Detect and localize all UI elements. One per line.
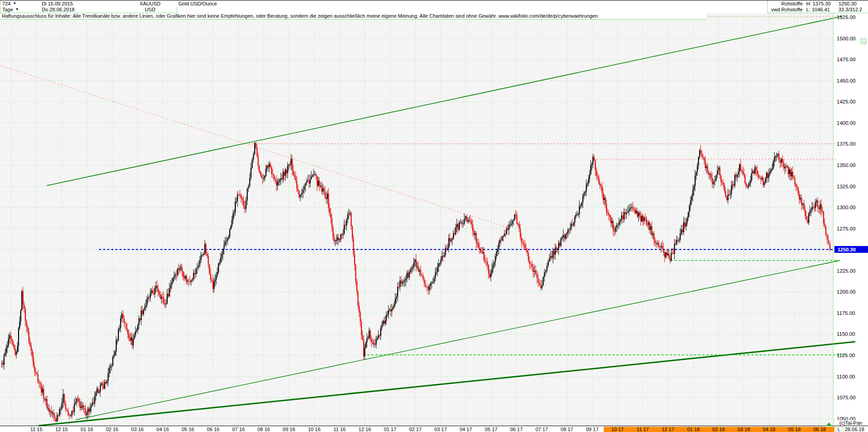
candle-body bbox=[755, 167, 755, 173]
candle-body bbox=[460, 222, 461, 223]
candle-body bbox=[167, 294, 168, 304]
candle-body bbox=[169, 288, 170, 296]
candle-body bbox=[362, 335, 363, 340]
candle-body bbox=[669, 254, 670, 259]
candle-body bbox=[824, 224, 825, 226]
candle-body bbox=[465, 216, 466, 219]
price-chart[interactable]: 1525.001500.001475.001450.001425.001400.… bbox=[0, 0, 868, 432]
candle-body bbox=[822, 211, 823, 212]
candle-body bbox=[326, 198, 327, 199]
copyright-label: (c)Tai-Pan bbox=[839, 420, 862, 426]
candle-body bbox=[315, 174, 316, 175]
candle-body bbox=[379, 335, 380, 336]
candle-body bbox=[823, 211, 824, 223]
candle-body bbox=[740, 164, 741, 170]
date-to-cell[interactable]: Do 28.06.2018 bbox=[40, 6, 124, 13]
candle-body bbox=[43, 388, 44, 399]
candle-body bbox=[175, 275, 176, 276]
low-marker-label: L bbox=[838, 427, 840, 432]
candle-body bbox=[649, 222, 650, 230]
date-from-cell[interactable]: Di 15.09.2015 bbox=[40, 0, 124, 7]
candle-body bbox=[251, 168, 252, 178]
candle-body bbox=[532, 264, 533, 267]
candle-body bbox=[322, 188, 323, 191]
candle-body bbox=[404, 280, 405, 282]
x-axis-label: 12 15 bbox=[55, 427, 68, 432]
candle-body bbox=[433, 282, 434, 283]
candle-body bbox=[316, 174, 316, 177]
candle-body bbox=[505, 234, 506, 235]
candle-body bbox=[442, 256, 443, 259]
candle-body bbox=[356, 281, 357, 291]
candle-body bbox=[729, 195, 730, 196]
candle-body bbox=[510, 225, 511, 226]
candle-body bbox=[613, 221, 614, 231]
candle-body bbox=[619, 222, 620, 225]
candle-body bbox=[489, 274, 490, 278]
candle-body bbox=[445, 248, 446, 255]
candle-body bbox=[246, 201, 247, 209]
candle-body bbox=[396, 297, 397, 299]
candle-body bbox=[764, 183, 765, 185]
candle-body bbox=[166, 304, 167, 304]
candle-body bbox=[60, 408, 61, 409]
candle-body bbox=[707, 166, 708, 172]
symbol-cell[interactable]: XAUUSD bbox=[123, 0, 177, 7]
candle-body bbox=[108, 373, 108, 381]
axis-collapse-icon[interactable] bbox=[861, 39, 866, 44]
candle-body bbox=[136, 329, 137, 331]
candle-body bbox=[355, 265, 356, 281]
candle-body bbox=[402, 282, 403, 283]
candle-body bbox=[29, 332, 30, 342]
candle-body bbox=[688, 212, 689, 218]
candle-body bbox=[20, 310, 21, 321]
candle-body bbox=[222, 249, 223, 254]
y-axis-label: 1175.00 bbox=[837, 310, 855, 316]
candle-body bbox=[121, 314, 122, 319]
candle-body bbox=[549, 258, 550, 261]
x-axis-label: 07 16 bbox=[232, 427, 245, 432]
candle-body bbox=[658, 243, 659, 247]
candle-body bbox=[785, 167, 786, 167]
candle-body bbox=[547, 266, 547, 271]
candle-body bbox=[819, 204, 820, 209]
bars-count-dropdown[interactable]: 724 ▼ bbox=[0, 0, 40, 7]
candle-body bbox=[129, 338, 130, 340]
candle-body bbox=[1, 363, 2, 364]
candle-body bbox=[539, 283, 540, 285]
date-from-value: Di 15.09.2015 bbox=[42, 1, 73, 6]
candle-body bbox=[592, 164, 592, 166]
candle-body bbox=[274, 175, 275, 180]
candle-body bbox=[663, 248, 664, 252]
x-axis-label: 09 16 bbox=[283, 427, 296, 432]
candle-body bbox=[375, 344, 375, 345]
candle-body bbox=[148, 297, 148, 299]
candle-body bbox=[805, 209, 806, 216]
candle-body bbox=[806, 216, 807, 220]
candle-body bbox=[419, 270, 420, 271]
quote-group-label: Rohstoffe bbox=[781, 1, 803, 6]
candle-body bbox=[789, 169, 790, 174]
candle-body bbox=[359, 305, 360, 312]
candle-body bbox=[533, 267, 534, 272]
candle-body bbox=[18, 329, 19, 346]
candle-body bbox=[443, 256, 444, 257]
candle-body bbox=[377, 338, 378, 339]
y-axis-label: 1075.00 bbox=[837, 395, 856, 400]
candle-body bbox=[490, 273, 491, 277]
candle-body bbox=[90, 407, 91, 411]
period-dropdown[interactable]: Tage ▼ bbox=[0, 6, 40, 13]
candle-body bbox=[369, 330, 370, 338]
candle-body bbox=[296, 181, 297, 189]
candle-body bbox=[557, 249, 558, 250]
candle-body bbox=[83, 406, 84, 409]
x-axis-label: 07 17 bbox=[535, 427, 548, 432]
candle-body bbox=[110, 366, 111, 368]
period-value: Tage bbox=[2, 7, 13, 12]
candle-body bbox=[334, 237, 335, 241]
candle-body bbox=[258, 156, 259, 166]
candle-body bbox=[248, 186, 249, 189]
candle-body bbox=[504, 234, 505, 236]
candle-body bbox=[670, 259, 671, 261]
candle-body bbox=[113, 355, 114, 357]
